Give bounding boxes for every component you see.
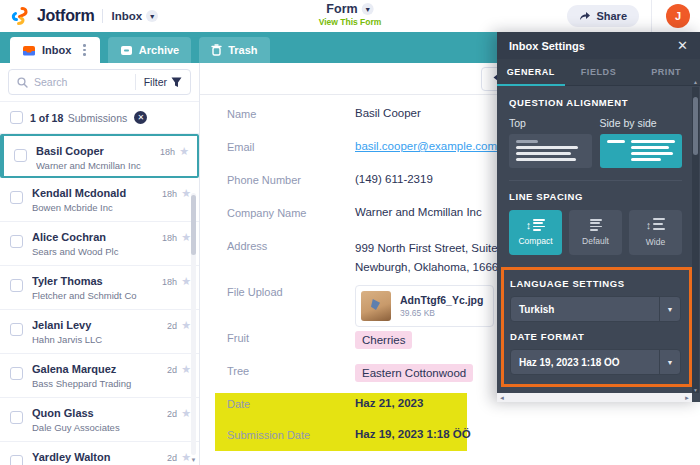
default-spacing-icon [590, 219, 602, 233]
language-settings-heading: LANGUAGE SETTINGS [510, 278, 681, 289]
select-all-checkbox[interactable] [10, 111, 23, 124]
file-name: AdnTtgf6_Yc.jpg [400, 294, 483, 306]
submission-checkbox[interactable] [10, 279, 23, 292]
uploaded-file-card[interactable]: AdnTtgf6_Yc.jpg 39.65 KB [355, 285, 494, 327]
submission-checkbox[interactable] [10, 411, 23, 424]
field-value: 999 North First Street, Suite 20 Newburg… [355, 239, 514, 277]
default-label: Default [582, 236, 609, 246]
submission-time: 18h [162, 233, 177, 243]
tree-chip: Eastern Cottonwood [355, 364, 473, 382]
line-spacing-default-option[interactable]: Default [569, 210, 622, 255]
field-label: Email [227, 140, 355, 153]
inbox-chevron-down-icon[interactable]: ▼ [146, 10, 158, 22]
tab-archive-label: Archive [139, 44, 179, 56]
submission-checkbox[interactable] [10, 323, 23, 336]
date-format-dropdown[interactable]: Haz 19, 2023 1:18 ÖÖ ▼ [510, 349, 681, 375]
submission-checkbox[interactable] [10, 455, 23, 465]
submission-company: Hahn Jarvis LLC [32, 334, 167, 345]
submission-list-item[interactable]: Galena Marquez Bass Sheppard Trading 2d … [0, 354, 199, 398]
submission-name: Galena Marquez [32, 363, 167, 375]
email-link[interactable]: basil.cooper@example.com [355, 140, 497, 152]
field-label: Fruit [227, 331, 355, 344]
clear-selection-icon[interactable]: ✕ [134, 111, 147, 124]
panel-vertical-scrollbar[interactable]: ▲ ▼ [692, 87, 699, 393]
search-icon [17, 77, 28, 88]
submission-time: 18h [162, 277, 177, 287]
field-label: Name [227, 107, 355, 120]
field-value: Warner and Mcmillan Inc [355, 206, 482, 218]
submission-name: Basil Cooper [36, 145, 160, 157]
date-format-dropdown-value: Haz 19, 2023 1:18 ÖÖ [511, 357, 659, 368]
submission-list-item[interactable]: Alice Cochran Sears and Wood Plc 18h ★ [0, 222, 199, 266]
tab-trash-label: Trash [228, 44, 257, 56]
date-format-heading: DATE FORMAT [510, 331, 681, 342]
submission-time: 18h [160, 147, 175, 157]
line-spacing-wide-option[interactable]: ↕ Wide [629, 210, 682, 255]
field-label: Submission Date [227, 428, 355, 441]
address-line-1: 999 North First Street, Suite 20 [355, 242, 514, 254]
panel-scroll-right-icon[interactable]: ► [684, 395, 690, 401]
search-input[interactable] [34, 76, 135, 88]
submission-list: Basil Cooper Warner and Mcmillan Inc 18h… [0, 134, 199, 465]
form-chevron-down-icon[interactable]: ▼ [362, 3, 374, 15]
language-dropdown-value: Turkish [511, 304, 659, 315]
form-title[interactable]: Form [326, 2, 357, 16]
logo-wordmark: Jotform [37, 7, 94, 25]
submission-list-item[interactable]: Basil Cooper Warner and Mcmillan Inc 18h… [0, 134, 199, 178]
star-icon[interactable]: ★ [179, 146, 189, 157]
submission-list-item[interactable]: Tyler Thomas Fletcher and Schmidt Co 18h… [0, 266, 199, 310]
tab-trash[interactable]: Trash [199, 37, 269, 63]
submission-checkbox[interactable] [10, 191, 23, 204]
submission-time: 2d [167, 321, 177, 331]
field-value: Basil Cooper [355, 107, 421, 119]
close-icon[interactable]: ✕ [677, 39, 688, 52]
share-button[interactable]: Share [567, 5, 639, 27]
submission-time: 2d [167, 453, 177, 463]
submission-list-item[interactable]: Kendall Mcdonald Bowen Mcbride Inc 18h ★ [0, 178, 199, 222]
panel-scroll-down-icon[interactable]: ▼ [692, 387, 699, 393]
field-label: Date [227, 397, 355, 410]
submission-company: Fletcher and Schmidt Co [32, 290, 162, 301]
panel-body: QUESTION ALIGNMENT Top Side by side LINE… [497, 86, 700, 402]
file-thumbnail [361, 291, 391, 321]
alignment-top-option[interactable] [509, 134, 592, 168]
sidebar-scrollbar[interactable]: ▼ [189, 193, 198, 465]
submission-checkbox[interactable] [14, 149, 27, 162]
tab-archive[interactable]: Archive [108, 37, 191, 63]
panel-horizontal-scrollbar[interactable]: ◄ ► [497, 393, 692, 402]
field-value: Haz 19, 2023 1:18 ÖÖ [355, 428, 471, 440]
avatar[interactable]: J [666, 4, 690, 28]
view-this-form-link[interactable]: View This Form [319, 17, 382, 27]
tab-print[interactable]: PRINT [632, 59, 700, 85]
panel-scroll-left-icon[interactable]: ◄ [499, 395, 505, 401]
line-spacing-compact-option[interactable]: ↕ Compact [509, 210, 562, 255]
tab-general[interactable]: GENERAL [497, 59, 565, 85]
tab-inbox-label: Inbox [42, 44, 71, 56]
inbox-tab-kebab-icon[interactable] [81, 42, 88, 58]
wide-spacing-icon: ↕ [646, 218, 666, 232]
field-label: Company Name [227, 206, 355, 219]
submission-list-item[interactable]: Jelani Levy Hahn Jarvis LLC 2d ★ [0, 310, 199, 354]
language-dropdown[interactable]: Turkish ▼ [510, 296, 681, 322]
submission-company: Bowen Mcbride Inc [32, 202, 162, 213]
alignment-side-by-side-option[interactable] [600, 134, 683, 168]
question-alignment-heading: QUESTION ALIGNMENT [509, 97, 682, 108]
filter-button[interactable]: Filter [135, 74, 182, 90]
inbox-settings-panel: Inbox Settings ✕ GENERAL FIELDS PRINT QU… [497, 32, 700, 402]
panel-scroll-up-icon[interactable]: ▲ [692, 79, 699, 85]
submission-checkbox[interactable] [10, 235, 23, 248]
submission-list-item[interactable]: Yardley Walton Bird Espinoza Associates … [0, 442, 199, 465]
submission-checkbox[interactable] [10, 367, 23, 380]
tab-fields[interactable]: FIELDS [565, 59, 633, 85]
submission-name: Quon Glass [32, 407, 167, 419]
sidebar-scroll-down-icon[interactable]: ▼ [189, 456, 198, 465]
submission-list-item[interactable]: Quon Glass Dale Guy Associates 2d ★ [0, 398, 199, 442]
tab-inbox[interactable]: Inbox [10, 37, 100, 63]
submission-company: Bass Sheppard Trading [32, 378, 167, 389]
inbox-context-label[interactable]: Inbox [111, 10, 142, 22]
trash-icon [211, 44, 222, 56]
panel-header: Inbox Settings ✕ [497, 32, 700, 59]
fruit-chip: Cherries [355, 331, 412, 349]
submission-name: Yardley Walton [32, 451, 167, 463]
jotform-logo[interactable]: Jotform [10, 6, 94, 26]
